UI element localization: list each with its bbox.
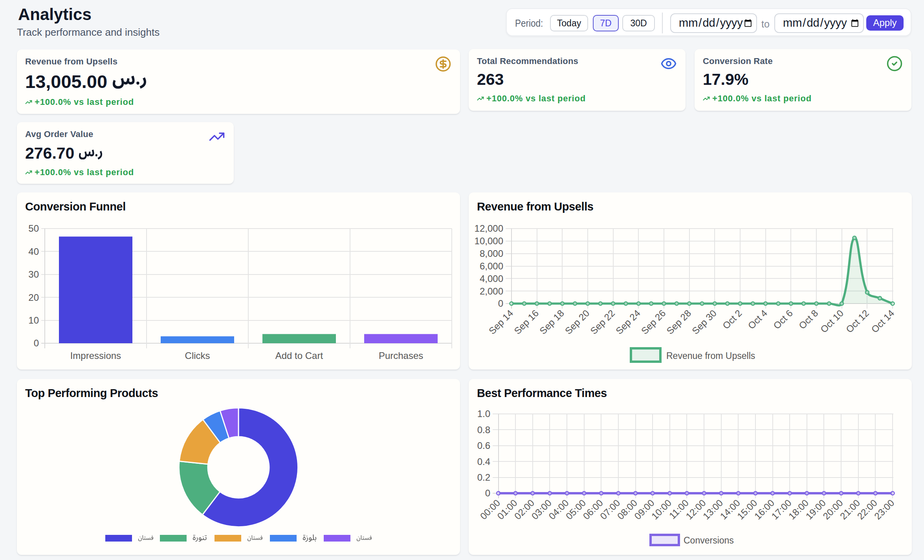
svg-text:12:00: 12:00 <box>684 497 708 522</box>
svg-text:00:00: 00:00 <box>478 497 502 522</box>
svg-text:4,000: 4,000 <box>480 273 503 284</box>
svg-text:Clicks: Clicks <box>185 350 210 361</box>
svg-text:Sep 14: Sep 14 <box>487 307 515 336</box>
svg-text:21:00: 21:00 <box>838 497 862 522</box>
svg-text:17:00: 17:00 <box>769 497 794 522</box>
svg-text:Purchases: Purchases <box>379 350 423 361</box>
svg-text:10: 10 <box>28 315 39 326</box>
svg-text:0.8: 0.8 <box>477 425 490 435</box>
svg-text:13:00: 13:00 <box>701 497 725 522</box>
svg-text:Oct 12: Oct 12 <box>844 307 871 335</box>
svg-text:Sep 26: Sep 26 <box>639 307 668 336</box>
svg-text:14:00: 14:00 <box>718 497 742 522</box>
svg-text:0.6: 0.6 <box>477 440 490 451</box>
svg-text:02:00: 02:00 <box>512 497 537 522</box>
svg-text:Conversions: Conversions <box>684 535 734 545</box>
svg-text:Add to Cart: Add to Cart <box>275 350 323 361</box>
svg-text:12,000: 12,000 <box>475 223 503 234</box>
svg-text:01:00: 01:00 <box>495 497 519 522</box>
svg-text:8,000: 8,000 <box>480 248 503 259</box>
svg-text:Sep 22: Sep 22 <box>588 307 617 336</box>
svg-text:0: 0 <box>485 488 490 498</box>
svg-text:19:00: 19:00 <box>803 497 828 522</box>
svg-text:0.2: 0.2 <box>477 472 490 483</box>
svg-text:1.0: 1.0 <box>477 408 490 419</box>
svg-text:10,000: 10,000 <box>475 236 503 246</box>
svg-text:0: 0 <box>34 338 39 348</box>
svg-text:2,000: 2,000 <box>480 286 503 296</box>
svg-text:07:00: 07:00 <box>598 497 622 522</box>
svg-text:Oct 2: Oct 2 <box>720 307 744 331</box>
svg-text:6,000: 6,000 <box>480 261 503 271</box>
svg-text:Sep 20: Sep 20 <box>563 307 592 336</box>
svg-text:Revenue from Upsells: Revenue from Upsells <box>666 351 755 361</box>
svg-text:23:00: 23:00 <box>872 497 896 522</box>
svg-text:20:00: 20:00 <box>821 497 845 522</box>
svg-text:10:00: 10:00 <box>649 497 674 522</box>
svg-text:22:00: 22:00 <box>855 497 879 522</box>
svg-text:15:00: 15:00 <box>735 497 759 522</box>
svg-text:40: 40 <box>28 246 39 257</box>
svg-text:Oct 14: Oct 14 <box>869 307 896 335</box>
svg-text:Impressions: Impressions <box>70 350 121 361</box>
svg-text:18:00: 18:00 <box>786 497 811 522</box>
svg-text:Sep 30: Sep 30 <box>690 307 719 336</box>
svg-text:Oct 4: Oct 4 <box>746 307 769 331</box>
svg-text:Sep 24: Sep 24 <box>614 307 642 336</box>
svg-text:50: 50 <box>28 223 39 234</box>
svg-text:05:00: 05:00 <box>564 497 588 522</box>
svg-text:Sep 16: Sep 16 <box>512 307 541 336</box>
svg-text:08:00: 08:00 <box>615 497 640 522</box>
svg-text:30: 30 <box>28 269 39 280</box>
svg-text:0: 0 <box>498 298 503 309</box>
svg-text:03:00: 03:00 <box>529 497 554 522</box>
svg-text:16:00: 16:00 <box>752 497 777 522</box>
svg-text:20: 20 <box>28 292 39 303</box>
svg-text:0.4: 0.4 <box>477 456 490 467</box>
svg-text:06:00: 06:00 <box>581 497 605 522</box>
svg-text:Sep 28: Sep 28 <box>664 307 693 336</box>
svg-text:Oct 8: Oct 8 <box>797 307 820 331</box>
svg-text:04:00: 04:00 <box>546 497 571 522</box>
svg-text:Oct 10: Oct 10 <box>818 307 845 335</box>
svg-text:09:00: 09:00 <box>632 497 656 522</box>
svg-text:Oct 6: Oct 6 <box>771 307 795 331</box>
svg-text:Sep 18: Sep 18 <box>537 307 566 336</box>
